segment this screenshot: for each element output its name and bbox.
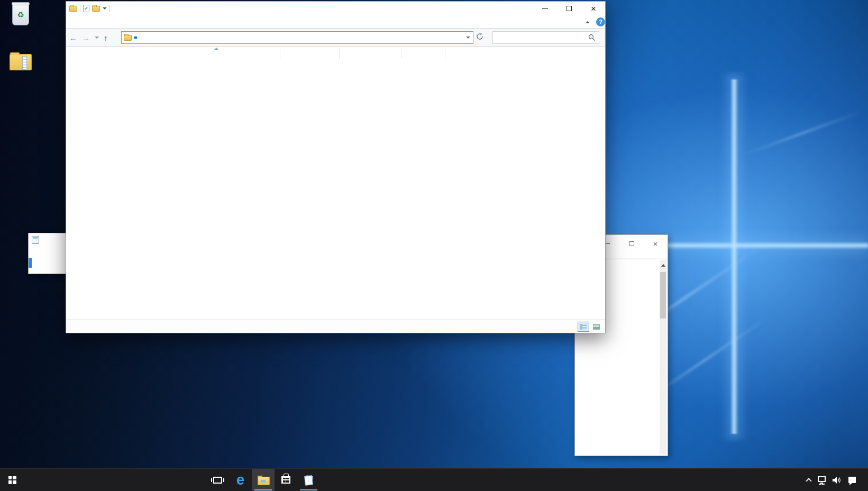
close-button[interactable]: × [648,238,662,249]
task-view-button[interactable] [206,469,229,491]
close-icon: × [653,240,658,248]
ribbon-expand-chevron-icon[interactable] [586,21,590,23]
address-path[interactable] [134,37,137,39]
chevron-down-icon [466,37,470,39]
wallpaper-beam [720,74,748,439]
desktop: ♻ × [0,0,868,491]
explorer-titlebar[interactable]: ✓ × [66,2,605,15]
edge-button[interactable]: e [229,469,252,491]
folder-icon [69,6,77,12]
desktop-icon-recycle-bin[interactable]: ♻ [0,3,41,27]
close-icon: × [591,4,596,13]
desktop-icon-windows-signing-tools[interactable] [0,54,41,72]
details-view-icon [580,324,587,330]
file-pane[interactable] [144,47,605,320]
ribbon-tabs: ? [66,15,605,29]
customize-qat-chevron-icon[interactable] [103,7,107,10]
notepad-icon [32,236,39,244]
new-folder-icon[interactable] [92,6,100,12]
show-hidden-icons-chevron[interactable] [806,478,811,484]
notepad-app-icon [304,476,314,485]
system-tray [807,469,868,491]
taskbar-search-box[interactable] [24,469,173,491]
quick-access-toolbar: ✓ [69,2,113,15]
maximize-button[interactable] [625,238,638,249]
maximize-icon [567,6,572,11]
refresh-button[interactable] [476,32,484,41]
back-button[interactable]: ← [69,33,77,42]
recent-locations-chevron-icon[interactable] [95,37,99,39]
folder-icon [10,54,32,70]
folder-icon [124,35,132,41]
address-dropdown-button[interactable] [463,37,473,39]
properties-check-icon[interactable]: ✓ [83,5,89,12]
windows-logo-icon [8,476,16,484]
address-bar[interactable] [121,31,473,44]
status-bar [66,320,605,333]
action-center-icon[interactable] [848,477,856,483]
scrollbar[interactable] [660,260,666,454]
minimize-button[interactable] [537,2,553,15]
thumbnails-view-button[interactable] [590,322,602,332]
scrollbar-thumb[interactable] [660,272,666,319]
explorer-window[interactable]: ✓ × ? ← → ↑ [66,1,606,333]
taskbar: e [0,468,868,491]
volume-icon[interactable] [833,477,842,484]
notepad-app-button[interactable] [297,469,320,491]
search-icon[interactable] [588,34,596,41]
network-icon[interactable] [818,476,826,482]
file-explorer-button[interactable] [252,469,275,491]
file-explorer-icon [258,476,269,484]
navigation-toolbar: ← → ↑ [66,29,605,47]
maximize-icon [629,241,634,246]
up-button[interactable]: ↑ [104,33,108,42]
maximize-button[interactable] [561,2,577,15]
task-view-icon [213,477,222,484]
sort-ascending-icon [214,48,218,50]
selected-text [29,258,32,268]
scroll-up-icon[interactable] [661,264,665,267]
search-box[interactable] [492,31,599,44]
store-button[interactable] [275,469,297,491]
close-button[interactable]: × [586,2,601,15]
explorer-sidebar [66,47,144,320]
store-icon [281,476,290,484]
column-headers [144,47,605,61]
forward-button[interactable]: → [82,33,90,42]
refresh-icon [476,32,484,41]
details-view-button[interactable] [578,322,589,332]
edge-icon: e [236,473,244,487]
wallpaper-beam [741,111,861,157]
recycle-bin-icon: ♻ [12,3,29,25]
separator [109,5,110,12]
thumbnails-view-icon [593,324,600,330]
minimize-icon [542,8,548,9]
separator [80,5,80,12]
wallpaper-beam [730,79,738,434]
help-button[interactable]: ? [596,17,605,26]
start-button[interactable] [0,469,24,491]
